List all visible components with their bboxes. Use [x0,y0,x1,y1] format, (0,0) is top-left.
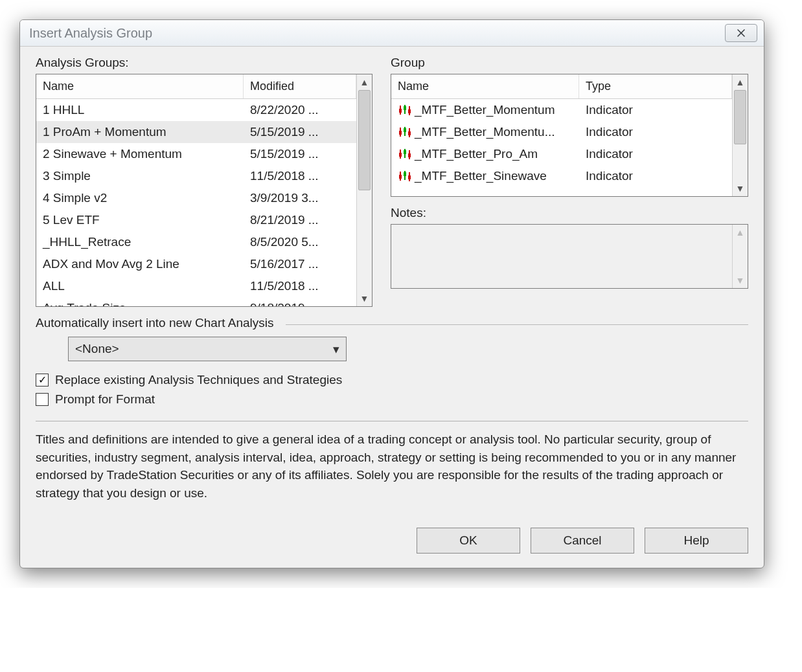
row-name: _MTF_Better_Momentum [391,102,579,118]
chevron-down-icon: ▾ [333,342,339,357]
column-name[interactable]: Name [391,74,579,98]
indicator-icon [398,104,412,117]
svg-rect-21 [404,172,406,176]
scroll-down-icon[interactable]: ▼ [357,291,372,306]
row-type: Indicator [579,146,732,162]
row-name: 3 Simple [36,168,244,185]
row-name: ALL [36,278,244,295]
prompt-label: Prompt for Format [55,392,155,407]
row-name: 4 Simple v2 [36,190,244,207]
svg-rect-11 [408,131,411,135]
insert-analysis-group-dialog: Insert Analysis Group Analysis Groups: N… [19,19,764,568]
scroll-up-icon[interactable]: ▲ [733,225,748,240]
row-name: 1 HHLL [36,102,244,118]
list-item[interactable]: Avg Trade Size9/18/2019 ... [36,297,356,306]
indicator-icon [398,126,412,139]
auto-insert-label: Automatically insert into new Chart Anal… [36,316,274,330]
row-modified: 11/5/2018 ... [244,278,356,295]
svg-rect-1 [399,109,402,113]
titlebar: Insert Analysis Group [20,20,764,47]
column-type[interactable]: Type [579,74,732,98]
group-label: Group [391,56,748,70]
divider [36,421,748,421]
auto-insert-combo[interactable]: <None> ▾ [68,337,347,361]
analysis-groups-scrollbar[interactable]: ▲ ▼ [356,74,372,306]
row-type: Indicator [579,102,732,118]
row-name: 2 Sinewave + Momentum [36,146,244,162]
list-item[interactable]: 3 Simple11/5/2018 ... [36,165,356,187]
scroll-up-icon[interactable]: ▲ [733,74,748,90]
svg-rect-9 [404,128,406,132]
row-name: Avg Trade Size [36,300,244,306]
row-modified: 8/5/2020 5... [244,234,356,251]
row-type: Indicator [579,124,732,140]
row-modified: 5/15/2019 ... [244,124,356,140]
ok-button[interactable]: OK [417,528,520,554]
row-name: _MTF_Better_Sinewave [391,168,579,185]
row-modified: 3/9/2019 3... [244,190,356,207]
analysis-groups-header[interactable]: Name Modified [36,74,356,99]
notes-scrollbar[interactable]: ▲ ▼ [732,225,748,288]
group-header[interactable]: Name Type [391,74,732,99]
group-scrollbar[interactable]: ▲ ▼ [732,74,748,196]
disclaimer-text: Titles and definitions are intended to g… [36,431,748,502]
column-modified[interactable]: Modified [244,74,356,98]
list-item[interactable]: _MTF_Better_Momentu...Indicator [391,121,732,143]
list-item[interactable]: _MTF_Better_Pro_AmIndicator [391,143,732,165]
cancel-button[interactable]: Cancel [531,528,634,554]
analysis-groups-label: Analysis Groups: [36,56,372,70]
scroll-up-icon[interactable]: ▲ [357,74,372,90]
list-item[interactable]: 1 HHLL8/22/2020 ... [36,99,356,121]
svg-rect-19 [399,175,402,179]
list-item[interactable]: _HHLL_Retrace8/5/2020 5... [36,231,356,253]
list-item[interactable]: 4 Simple v23/9/2019 3... [36,187,356,209]
scroll-down-icon[interactable]: ▼ [733,273,748,288]
prompt-checkbox[interactable] [36,393,49,406]
scroll-thumb[interactable] [734,90,746,144]
list-item[interactable]: 5 Lev ETF8/21/2019 ... [36,209,356,231]
svg-rect-17 [408,153,411,157]
column-name[interactable]: Name [36,74,244,98]
list-item[interactable]: ALL11/5/2018 ... [36,275,356,297]
row-name: _HHLL_Retrace [36,234,244,251]
row-modified: 5/15/2019 ... [244,146,356,162]
help-button[interactable]: Help [645,528,748,554]
svg-rect-3 [404,106,406,110]
row-name: _MTF_Better_Momentu... [391,124,579,140]
replace-checkbox[interactable] [36,374,49,386]
row-type: Indicator [579,168,732,185]
indicator-icon [398,148,412,161]
group-list[interactable]: Name Type _MTF_Better_MomentumIndicator_… [391,74,748,197]
row-name: _MTF_Better_Pro_Am [391,146,579,162]
row-modified: 8/22/2020 ... [244,102,356,118]
row-name: ADX and Mov Avg 2 Line [36,256,244,273]
svg-rect-15 [404,150,406,154]
svg-rect-7 [399,131,402,135]
row-modified: 9/18/2019 ... [244,300,356,306]
row-modified: 11/5/2018 ... [244,168,356,185]
row-modified: 8/21/2019 ... [244,212,356,229]
analysis-groups-list[interactable]: Name Modified 1 HHLL8/22/2020 ...1 ProAm… [36,74,372,307]
row-name: 1 ProAm + Momentum [36,124,244,140]
svg-rect-5 [408,109,411,113]
list-item[interactable]: 1 ProAm + Momentum5/15/2019 ... [36,121,356,143]
replace-label: Replace existing Analysis Techniques and… [55,373,342,387]
row-modified: 5/16/2017 ... [244,256,356,273]
close-button[interactable] [725,24,757,42]
row-name: 5 Lev ETF [36,212,244,229]
list-item[interactable]: _MTF_Better_SinewaveIndicator [391,165,732,187]
svg-rect-13 [399,153,402,157]
list-item[interactable]: 2 Sinewave + Momentum5/15/2019 ... [36,143,356,165]
indicator-icon [398,170,412,183]
svg-rect-23 [408,175,411,179]
scroll-thumb[interactable] [358,90,371,190]
dialog-title: Insert Analysis Group [29,26,152,41]
list-item[interactable]: _MTF_Better_MomentumIndicator [391,99,732,121]
notes-value[interactable] [391,225,732,288]
notes-textbox[interactable]: ▲ ▼ [391,224,748,289]
divider [286,324,749,325]
notes-label: Notes: [391,206,748,220]
list-item[interactable]: ADX and Mov Avg 2 Line5/16/2017 ... [36,253,356,275]
scroll-down-icon[interactable]: ▼ [733,181,748,196]
auto-insert-value: <None> [75,342,119,356]
